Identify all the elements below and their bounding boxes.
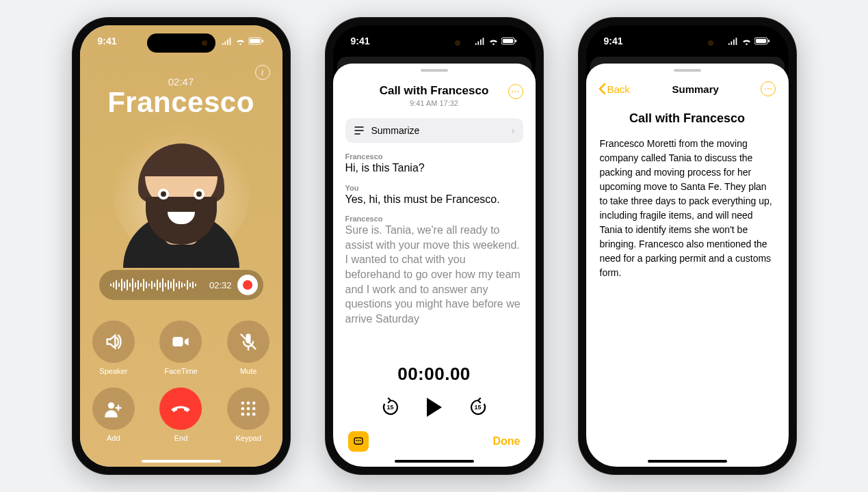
svg-point-12 [241,413,245,416]
skip-forward-button[interactable]: 15 [468,397,488,418]
transcript-segment: FrancescoSure is. Tania, we're all ready… [345,215,523,326]
audio-player: 00:00.00 15 15 [345,364,523,422]
summarize-label: Summarize [371,125,420,136]
sheet-grabber[interactable] [421,69,448,72]
end-label: End [174,434,188,442]
call-duration: 02:47 [168,76,194,87]
svg-point-9 [241,407,245,411]
svg-rect-1 [249,39,259,43]
home-indicator[interactable] [142,460,221,463]
svg-point-6 [241,402,245,405]
quote-icon [353,436,364,447]
svg-point-10 [247,407,250,411]
speaker-icon [104,332,123,351]
svg-rect-21 [768,40,770,42]
svg-point-11 [252,407,256,411]
summarize-icon [354,126,365,135]
back-button[interactable]: Back [599,83,630,95]
facetime-button[interactable] [159,320,202,363]
transcript-segment: YouYes, hi, this must be Francesco. [345,184,523,207]
done-button[interactable]: Done [493,435,521,448]
summary-sheet: Back Summary ⋯ Call with Francesco Franc… [586,64,789,467]
add-person-icon [104,399,123,418]
svg-point-5 [108,402,114,409]
svg-point-13 [247,413,250,416]
dynamic-island [147,33,215,53]
transcript-speaker: Francesco [345,215,523,223]
facetime-label: FaceTime [164,367,198,375]
transcript-sheet: Call with Francesco 9:41 AM 17:32 ⋯ Summ… [333,64,536,467]
status-time: 9:41 [351,36,370,46]
mute-icon [239,332,258,351]
transcript-text: Sure is. Tania, we're all ready to assis… [345,223,523,326]
keypad-button[interactable] [227,387,269,430]
dynamic-island [400,33,469,53]
speaker-label: Speaker [99,367,127,375]
status-time: 9:41 [604,36,623,46]
record-stop-button[interactable] [237,275,258,295]
info-icon[interactable]: i [255,65,270,80]
transcript-segment: FrancescoHi, is this Tania? [345,152,523,176]
svg-rect-20 [755,39,765,43]
status-indicators [222,37,265,45]
mute-button[interactable] [227,320,269,363]
player-time: 00:00.00 [345,364,523,385]
more-button[interactable]: ⋯ [508,84,523,99]
transcript-text: Yes, hi, this must be Francesco. [345,192,523,207]
skip-back-button[interactable]: 15 [380,397,401,418]
keypad-label: Keypad [236,434,261,442]
sheet-grabber[interactable] [674,69,701,72]
svg-rect-16 [502,39,512,43]
summarize-button[interactable]: Summarize › [345,118,523,143]
svg-rect-17 [515,40,516,42]
status-time: 9:41 [98,36,117,46]
more-button[interactable]: ⋯ [761,81,776,96]
back-label: Back [607,83,630,95]
end-call-button[interactable] [159,387,202,430]
device-summary: 9:41 Back Summary ⋯ Call with Francesco … [578,17,797,475]
keypad-icon [239,399,258,418]
transcript-title: Call with Francesco [360,84,508,98]
recording-time: 02:32 [209,280,232,290]
svg-point-7 [247,402,250,405]
call-screen: i 02:47 Francesco 02:32 Speaker [80,25,282,467]
recording-pill[interactable]: 02:32 [99,270,263,300]
transcript-speaker: You [345,184,523,192]
home-indicator[interactable] [395,460,474,463]
transcript-subtitle: 9:41 AM 17:32 [360,99,508,107]
device-transcript: 9:41 Call with Francesco 9:41 AM 17:32 ⋯ [325,17,544,475]
mute-label: Mute [240,367,257,375]
summary-body: Francesco Moretti from the moving compan… [599,137,776,280]
dynamic-island [653,33,722,53]
svg-rect-3 [173,337,183,346]
video-icon [171,332,190,351]
waveform-icon [110,278,204,292]
svg-point-8 [252,402,256,405]
transcript-speaker: Francesco [345,152,523,161]
svg-point-14 [252,413,256,416]
summary-title: Call with Francesco [599,111,776,126]
phone-down-icon [170,398,191,419]
svg-rect-2 [262,40,263,42]
transcript-text: Hi, is this Tania? [345,161,523,176]
summary-header: Summary [672,83,718,95]
transcript-body[interactable]: FrancescoHi, is this Tania?YouYes, hi, t… [345,152,523,334]
speaker-button[interactable] [92,320,135,363]
add-label: Add [107,434,120,442]
status-indicators [728,37,771,45]
home-indicator[interactable] [648,460,727,463]
caller-avatar [113,124,250,261]
chevron-right-icon: › [512,125,515,136]
device-call: 9:41 i 02:47 Francesco 02:32 [72,17,291,475]
play-button[interactable] [427,398,442,417]
transcript-quote-button[interactable] [348,431,369,452]
add-button[interactable] [92,387,135,430]
status-indicators [475,37,518,45]
caller-name: Francesco [107,86,254,119]
chevron-left-icon [599,83,606,95]
